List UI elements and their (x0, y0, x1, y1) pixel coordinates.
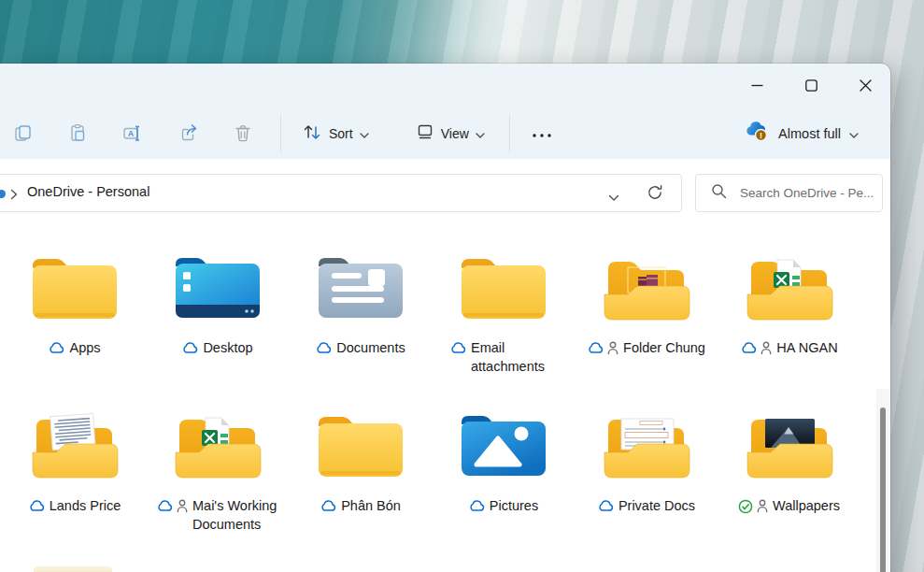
scrollbar-track[interactable] (876, 389, 890, 572)
folder-tile[interactable]: Mai's Working Documents (146, 405, 289, 563)
folder-tile[interactable]: Private Docs (575, 405, 718, 563)
folder-label: Email attachments (446, 338, 561, 376)
paste-icon[interactable] (57, 116, 98, 151)
chevron-down-icon (476, 125, 485, 142)
cloud-status-icon (315, 341, 332, 358)
search-icon (711, 183, 727, 203)
folder-tile[interactable]: HA NGAN (718, 247, 860, 405)
address-dropdown-button[interactable] (608, 189, 619, 206)
folder-tile[interactable]: Pictures (432, 405, 575, 563)
folder-label: Pictures (464, 496, 542, 516)
onedrive-status-button[interactable]: ! Almost full (736, 116, 866, 151)
folder-tile[interactable]: Email attachments (432, 247, 575, 405)
folder-yellow-icon (25, 247, 124, 329)
folder-name: Documents (336, 338, 405, 357)
maximize-button[interactable] (790, 69, 832, 101)
folder-label: Documents (311, 338, 408, 358)
folder-documents-icon (311, 247, 410, 329)
folder-tile[interactable]: Documents (289, 247, 432, 405)
folder-name: Wallpapers (773, 496, 840, 515)
minimize-button[interactable] (736, 69, 777, 101)
folder-name: Private Docs (618, 496, 695, 515)
refresh-button[interactable] (646, 183, 664, 206)
shared-person-icon (177, 499, 188, 517)
view-layout-icon (416, 122, 434, 145)
folder-yellow-icon (311, 405, 410, 487)
cloud-status-icon (320, 499, 336, 516)
rename-icon[interactable]: A (112, 116, 153, 151)
folder-name: Email attachments (471, 338, 557, 376)
desktop-wallpaper: A Sort View (0, 0, 924, 572)
cloud-status-icon (48, 341, 64, 358)
folder-name: Mai's Working Documents (192, 496, 278, 534)
folder-label: Apps (44, 338, 104, 358)
cloud-status-icon (28, 499, 45, 516)
scrollbar-thumb[interactable] (880, 408, 886, 572)
onedrive-status-label: Almost full (778, 126, 841, 141)
sort-button[interactable]: Sort (291, 116, 380, 151)
folder-label: Mai's Working Documents (152, 496, 282, 534)
chevron-down-icon (849, 125, 859, 142)
folder-pictures-icon (454, 405, 553, 487)
folder-tile[interactable]: Phân Bón (289, 405, 432, 563)
cloud-status-icon (740, 341, 757, 359)
onedrive-cloud-warning-icon: ! (744, 122, 770, 146)
folder-tile[interactable]: Folder Chung (575, 247, 718, 405)
onedrive-dot-icon (0, 190, 6, 198)
folder-name: Phân Bón (341, 496, 401, 515)
folder-tile[interactable]: Wallpapers (718, 405, 860, 563)
share-icon[interactable] (167, 116, 208, 151)
cloud-status-icon (181, 341, 198, 358)
folder-tile[interactable]: Apps (3, 247, 146, 405)
sort-label: Sort (329, 126, 353, 141)
folder-label: Private Docs (593, 496, 699, 516)
folder-desktop-icon (168, 247, 267, 329)
content-area: AppsDesktopDocumentsEmail attachmentsFol… (0, 226, 890, 572)
toolbar: A Sort View (0, 107, 890, 159)
cloud-status-icon (468, 499, 485, 516)
folder-open-books-icon (597, 247, 696, 329)
copy-icon[interactable] (2, 116, 43, 151)
folder-open-excel-icon (168, 405, 267, 487)
folder-name: Apps (69, 338, 100, 357)
folder-tile[interactable]: Desktop (146, 247, 289, 405)
search-box (695, 174, 883, 212)
folder-open-excel-icon (740, 247, 839, 329)
view-label: View (441, 126, 469, 141)
folder-label: Desktop (178, 338, 256, 358)
svg-text:!: ! (760, 131, 762, 140)
toolbar-separator (280, 115, 281, 152)
toolbar-separator (509, 115, 510, 152)
close-button[interactable] (845, 69, 886, 101)
folder-label: Wallpapers (734, 496, 844, 518)
shared-person-icon (607, 341, 618, 359)
folder-name: HA NGAN (776, 338, 837, 357)
cloud-status-icon (587, 341, 604, 359)
folder-open-form-icon (597, 405, 696, 487)
chevron-down-icon (360, 125, 369, 142)
shared-person-icon (761, 341, 772, 359)
sort-arrows-icon (302, 122, 322, 145)
view-button[interactable]: View (405, 116, 496, 151)
search-input[interactable] (740, 186, 880, 200)
address-row: OneDrive - Personal (0, 159, 890, 226)
folder-label: HA NGAN (736, 338, 841, 359)
folder-name: Folder Chung (623, 338, 705, 357)
shared-person-icon (757, 499, 768, 518)
synced-check-icon (738, 499, 753, 518)
folder-yellow-icon (454, 247, 553, 329)
folder-tile[interactable]: Lands Price (3, 405, 146, 563)
folder-grid: AppsDesktopDocumentsEmail attachmentsFol… (3, 247, 862, 563)
folder-label: Lands Price (24, 496, 125, 516)
delete-icon[interactable] (222, 116, 263, 151)
folder-label: Phân Bón (316, 496, 405, 516)
address-bar[interactable]: OneDrive - Personal (0, 174, 682, 212)
folder-open-textdoc-icon (25, 405, 124, 487)
cloud-status-icon (597, 499, 614, 516)
address-path: OneDrive - Personal (27, 184, 149, 199)
cloud-status-icon (449, 341, 466, 358)
more-options-button[interactable] (523, 116, 561, 151)
folder-label: Folder Chung (583, 338, 709, 359)
titlebar (0, 64, 890, 107)
cloud-status-icon (156, 499, 173, 517)
